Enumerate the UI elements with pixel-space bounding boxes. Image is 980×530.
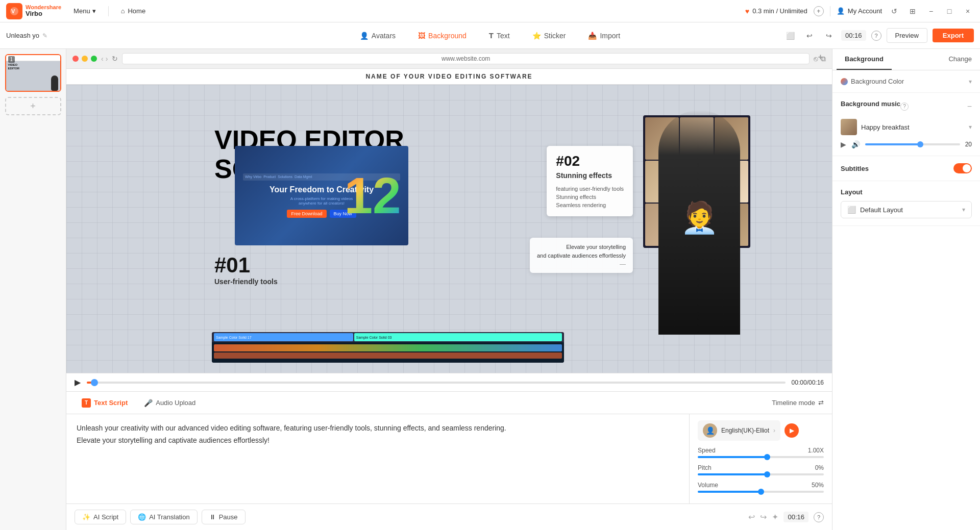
add-element-button[interactable]: + [818, 53, 824, 62]
script-area: Unleash your creativity with our advance… [66, 414, 689, 503]
video-title-bar: NAME OF YOUR VIDEO EDITING SOFTWARE + [66, 69, 832, 85]
divider [108, 6, 109, 16]
volume-slider[interactable] [698, 491, 824, 493]
feature-box-02: #02 Stunning effects featuring user-frie… [547, 146, 633, 216]
close-button[interactable]: × [962, 5, 974, 17]
music-volume-slider[interactable] [865, 143, 960, 145]
music-slider-fill [865, 143, 922, 145]
bottom-action-bar: ✨ AI Script 🌐 AI Translation ⏸ Pause ↩ ↪… [66, 503, 832, 530]
right-tab-background[interactable]: Background [837, 49, 892, 70]
script-text[interactable]: Unleash your creativity with our advance… [77, 422, 679, 447]
share-icon[interactable]: ⎋ [814, 55, 818, 63]
refresh-icon[interactable]: ↻ [112, 55, 118, 63]
add-credits-button[interactable]: + [814, 6, 824, 16]
tab-background[interactable]: 🖼 Background [408, 28, 477, 44]
magic-icon-button[interactable]: ✦ [772, 512, 778, 522]
layout-icon-button[interactable]: ⬜ [783, 29, 797, 43]
logo-text: Wondershare Virbo [26, 4, 61, 17]
maximize-button[interactable]: □ [943, 5, 955, 17]
music-collapse-button[interactable]: − [967, 102, 972, 111]
timeline-waveform-1 [214, 344, 562, 351]
top-bar: V Wondershare Virbo Menu ▾ ⌂ Home ♥ 0.3 … [0, 0, 980, 22]
export-button[interactable]: Export [933, 29, 974, 42]
video-canvas[interactable]: VIDEO EDITOR SOFTWARE Why Virbo Product … [66, 85, 832, 373]
layout-selector[interactable]: ⬜ Default Layout ▾ [841, 201, 972, 218]
redo-action-button[interactable]: ↪ [760, 512, 767, 522]
layout-label: Layout [841, 188, 972, 196]
volume-label: Volume [698, 482, 718, 489]
text-script-icon: T [82, 398, 91, 408]
play-voice-button[interactable]: ▶ [785, 423, 799, 438]
voice-selector[interactable]: 👤 English(UK)-Elliot › [698, 420, 780, 441]
tab-avatars[interactable]: 👤 Avatars [350, 28, 406, 44]
ai-translation-button[interactable]: 🌐 AI Translation [130, 510, 198, 524]
add-slide-button[interactable]: + [5, 97, 61, 115]
layout-chevron-icon: ▾ [962, 206, 965, 213]
timeline-mode-button[interactable]: Timeline mode ⇄ [772, 399, 824, 407]
undo-button[interactable]: ↩ [802, 29, 817, 43]
account-button[interactable]: 👤 My Account [837, 7, 882, 15]
settings-icon-button[interactable]: ↺ [888, 5, 900, 17]
browser-mockup: ‹ › ↻ www.website.com ⎋ ⧉ [66, 49, 832, 69]
dash-icon: — [537, 261, 626, 268]
grid-icon-button[interactable]: ⊞ [906, 5, 919, 17]
tab-text[interactable]: T Text [479, 27, 520, 44]
svg-text:V: V [11, 8, 15, 14]
bottom-right-actions: ↩ ↪ ✦ 00:16 ? [748, 512, 824, 522]
background-icon: 🖼 [418, 32, 425, 40]
menu-button[interactable]: Menu ▾ [69, 5, 100, 17]
feature-item-1: featuring user-friendly tools [556, 185, 624, 193]
ai-translation-icon: 🌐 [138, 513, 146, 521]
tab-text-script[interactable]: T Text Script [75, 394, 135, 412]
music-section-label: Background music [841, 100, 900, 108]
play-button[interactable]: ▶ [75, 377, 81, 387]
music-chevron-icon: ▾ [969, 123, 972, 131]
feature-item-3: Seamless rendering [556, 201, 624, 209]
progress-track[interactable] [87, 382, 786, 384]
right-tab-change[interactable]: Change [944, 49, 976, 70]
back-button[interactable]: ‹ [101, 55, 104, 63]
browser-nav: ‹ › [101, 55, 108, 63]
music-play-button[interactable]: ▶ [841, 140, 846, 148]
bottom-help-button[interactable]: ? [814, 512, 824, 522]
project-name: Unleash yo [6, 32, 39, 39]
pitch-value: 0% [815, 464, 824, 471]
voice-avatar: 👤 [703, 423, 717, 438]
num-01-label: User-friendly tools [214, 277, 278, 286]
edit-icon[interactable]: ✎ [42, 32, 47, 39]
bottom-content: Unleash your creativity with our advance… [66, 414, 832, 503]
pitch-label: Pitch [698, 464, 712, 471]
pitch-slider-row: Pitch 0% [698, 464, 824, 475]
music-name: Happy breakfast [861, 123, 965, 131]
slide-1[interactable]: VIDEOEDITOR 1 [5, 54, 61, 92]
num-01-text: #01 [214, 253, 278, 277]
credits-display: ♥ 0.3 min / Unlimited [745, 7, 807, 15]
subtitles-toggle[interactable] [953, 163, 972, 173]
forward-button[interactable]: › [106, 55, 108, 63]
redo-button[interactable]: ↪ [822, 29, 836, 43]
background-color-expand[interactable]: ▾ [969, 78, 972, 85]
thumb-person-silhouette [51, 75, 58, 91]
tab-sticker[interactable]: ⭐ Sticker [522, 28, 576, 44]
ai-script-button[interactable]: ✨ AI Script [75, 510, 126, 524]
help-button[interactable]: ? [871, 31, 881, 41]
tab-audio-upload[interactable]: 🎤 Audio Upload [137, 395, 203, 411]
home-button[interactable]: ⌂ Home [117, 5, 150, 17]
timeline-clip-1: Sample Color Solid 17 [214, 333, 353, 341]
pause-button[interactable]: ⏸ Pause [202, 510, 246, 524]
timecode-display: 00:16 [841, 30, 866, 41]
music-help-button[interactable]: ? [900, 103, 909, 111]
speed-slider[interactable] [698, 456, 824, 458]
avatar-silhouette: 🧑‍💼 [658, 110, 740, 335]
top-right-area: ♥ 0.3 min / Unlimited + 👤 My Account ↺ ⊞… [745, 5, 974, 17]
pitch-slider[interactable] [698, 473, 824, 475]
bottom-timecode: 00:16 [783, 512, 808, 522]
undo-action-button[interactable]: ↩ [748, 512, 755, 522]
pitch-label-row: Pitch 0% [698, 464, 824, 471]
preview-button[interactable]: Preview [887, 28, 927, 43]
address-bar[interactable]: www.website.com [122, 53, 810, 64]
speed-fill [698, 456, 767, 458]
minimize-button[interactable]: − [925, 5, 937, 17]
close-dot [72, 56, 79, 62]
tab-import[interactable]: 📥 Import [578, 28, 630, 44]
